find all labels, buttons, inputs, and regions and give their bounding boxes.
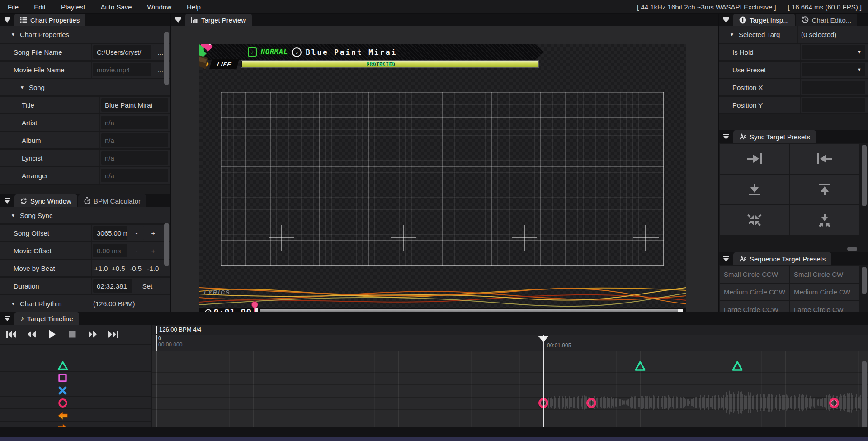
chevron-down-icon: [4, 316, 10, 321]
preset-collapse-up-button[interactable]: [790, 205, 859, 235]
movie-offset-minus-button[interactable]: -: [129, 244, 144, 257]
stop-button[interactable]: [66, 328, 78, 340]
preset-collapse-inward-button[interactable]: [720, 205, 789, 235]
preset-align-top-button[interactable]: [790, 175, 859, 204]
group-header-selected-targets[interactable]: ▼Selected Targ (0 selected): [719, 26, 868, 44]
tab-target-preview[interactable]: Target Preview: [185, 14, 252, 26]
panel-menu-button[interactable]: [0, 14, 14, 26]
tab-label: Target Preview: [201, 16, 246, 24]
track-row-cross[interactable]: [0, 385, 151, 397]
align-left-icon: [816, 152, 833, 165]
move-plus-1-button[interactable]: +1.0: [93, 261, 109, 275]
track-row-triangle[interactable]: [0, 360, 151, 372]
timeline-note-circle[interactable]: [829, 398, 839, 408]
target-timeline-panel: ♪ Target Timeline 126.00 BPM 4/4 0 00:00…: [0, 312, 868, 437]
panel-menu-button[interactable]: [171, 14, 185, 26]
menu-auto-save[interactable]: Auto Save: [93, 3, 139, 11]
song-offset-minus-button[interactable]: -: [129, 226, 144, 240]
group-header-song[interactable]: ▼Song: [0, 79, 171, 97]
tab-target-timeline[interactable]: ♪ Target Timeline: [14, 312, 79, 325]
move-plus-05-button[interactable]: +0.5: [110, 261, 126, 275]
movie-offset-plus-button[interactable]: +: [146, 244, 161, 257]
skip-to-end-button[interactable]: [107, 328, 119, 340]
play-button[interactable]: [46, 328, 58, 340]
preview-time-display: 0:01.90: [205, 307, 258, 312]
lyricist-input[interactable]: n/a: [101, 151, 168, 165]
song-title-display: Blue Paint Mirai: [306, 48, 397, 57]
panel-menu-button[interactable]: [0, 312, 14, 325]
track-row-circle[interactable]: [0, 397, 151, 409]
panel-menu-button[interactable]: [0, 194, 14, 207]
preset-medium-circle-cw-button[interactable]: Medium Circle CW: [790, 284, 859, 300]
group-header-song-sync[interactable]: ▼Song Sync: [0, 207, 171, 225]
list-icon: [20, 17, 27, 23]
scrollbar-thumb[interactable]: [164, 32, 169, 85]
preset-medium-circle-ccw-button[interactable]: Medium Circle CCW: [720, 284, 789, 300]
position-y-input[interactable]: [802, 98, 865, 112]
triangle-note-icon: [57, 361, 68, 370]
menu-playtest[interactable]: Playtest: [53, 3, 93, 11]
use-preset-dropdown[interactable]: ▼: [802, 63, 865, 76]
tab-sync-window[interactable]: Sync Window: [14, 194, 77, 207]
timeline-note-circle[interactable]: [586, 398, 596, 408]
is-hold-dropdown[interactable]: ▼: [802, 45, 865, 59]
tab-chart-editor[interactable]: Chart Edito...: [796, 14, 858, 26]
move-minus-1-button[interactable]: -1.0: [145, 261, 161, 275]
difficulty-icon: ♪: [248, 47, 257, 57]
song-progress-bar: [260, 309, 678, 312]
panel-menu-button[interactable]: [719, 252, 733, 265]
menu-help[interactable]: Help: [179, 3, 208, 11]
preset-align-right-button[interactable]: [720, 144, 789, 174]
menu-window[interactable]: Window: [140, 3, 179, 11]
duration-set-button[interactable]: Set: [134, 279, 161, 293]
track-row-slide-right[interactable]: [0, 422, 151, 427]
track-row-slide-left[interactable]: [0, 410, 151, 422]
song-offset-input[interactable]: 3065.00 m: [93, 226, 127, 240]
song-offset-plus-button[interactable]: +: [146, 226, 161, 240]
fast-forward-button[interactable]: [87, 328, 99, 340]
scrollbar-thumb[interactable]: [862, 145, 867, 206]
sequence-target-presets-panel: Sequence Target Presets Small Circle CCW…: [719, 252, 868, 312]
is-hold-row: Is Hold ▼: [719, 44, 868, 62]
preset-align-bottom-button[interactable]: [720, 175, 789, 204]
album-input[interactable]: n/a: [101, 133, 168, 147]
menu-edit[interactable]: Edit: [26, 3, 53, 11]
skip-to-start-button[interactable]: [5, 328, 17, 340]
chevron-down-icon: [723, 17, 729, 23]
title-input[interactable]: Blue Paint Mirai: [101, 98, 168, 112]
timeline-note-triangle[interactable]: [635, 361, 645, 371]
tab-target-inspector[interactable]: Target Insp...: [733, 14, 795, 26]
melody-lines-graphic: [199, 282, 686, 308]
timeline-note-triangle[interactable]: [732, 361, 742, 371]
movie-file-name-input[interactable]: movie.mp4: [93, 63, 151, 76]
song-file-name-input[interactable]: C:/Users/cryst/: [93, 45, 151, 59]
preset-large-circle-cw-button[interactable]: Large Circle CW: [790, 301, 859, 312]
group-header-chart-rhythm[interactable]: ▼Chart Rhythm (126.00 BPM): [0, 295, 171, 312]
menu-file[interactable]: File: [0, 3, 26, 11]
panel-menu-button[interactable]: [719, 130, 733, 143]
timeline-scrollbar-thumb[interactable]: [862, 361, 867, 427]
tab-sequence-target-presets[interactable]: Sequence Target Presets: [733, 252, 831, 265]
arranger-input[interactable]: n/a: [101, 169, 168, 182]
rewind-button[interactable]: [26, 328, 38, 340]
artist-input[interactable]: n/a: [101, 116, 168, 129]
preset-small-circle-ccw-button[interactable]: Small Circle CCW: [720, 266, 789, 283]
track-row-square[interactable]: [0, 372, 151, 384]
group-header-chart-properties[interactable]: ▼Chart Properties: [0, 26, 171, 44]
preset-align-left-button[interactable]: [790, 144, 859, 174]
move-minus-05-button[interactable]: -0.5: [128, 261, 144, 275]
tab-sync-target-presets[interactable]: Sync Target Presets: [733, 130, 816, 143]
tab-bpm-calculator[interactable]: BPM Calculator: [78, 194, 146, 207]
song-offset-row: Song Offset 3065.00 m - +: [0, 225, 171, 242]
preset-large-circle-ccw-button[interactable]: Large Circle CCW: [720, 301, 789, 312]
panel-menu-button[interactable]: [719, 14, 733, 26]
playhead-line[interactable]: [543, 335, 544, 427]
preset-small-circle-cw-button[interactable]: Small Circle CW: [790, 266, 859, 283]
difficulty-label: NORMAL: [261, 48, 288, 56]
tab-chart-properties[interactable]: Chart Properties: [14, 14, 85, 26]
scrollbar-thumb[interactable]: [164, 223, 169, 266]
movie-offset-input[interactable]: 0.00 ms: [93, 244, 127, 257]
position-x-input[interactable]: [802, 81, 865, 94]
scrollbar-thumb[interactable]: [862, 267, 867, 294]
horizontal-scrollbar-thumb[interactable]: [847, 247, 857, 251]
